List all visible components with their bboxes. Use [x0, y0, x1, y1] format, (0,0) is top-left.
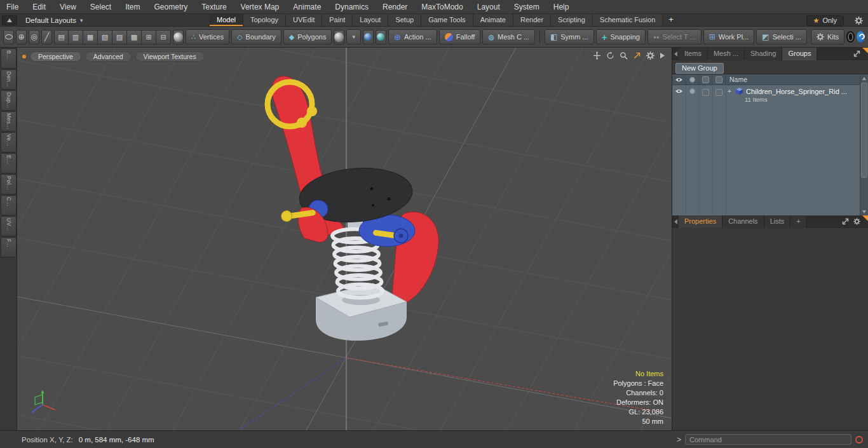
polygons-mode-button[interactable]: ◆ Polygons — [283, 29, 332, 44]
work-plane-button[interactable]: ⊞ Work Pl... — [703, 29, 755, 44]
add-layout-tab-button[interactable]: + — [663, 14, 679, 26]
foundry-logo[interactable] — [846, 31, 855, 43]
menu-layout[interactable]: Layout — [470, 3, 507, 11]
table-row[interactable]: + Children_Horse_Springer_Rid ... 11 Ite… — [672, 85, 860, 105]
panel-grip[interactable] — [672, 215, 679, 228]
ellipse-tool-button[interactable] — [3, 30, 14, 44]
tab-schematic-fusion[interactable]: Schematic Fusion — [593, 14, 663, 26]
viewport-3d[interactable]: Perspective Advanced Viewport Textures N… — [17, 48, 672, 430]
only-filter-button[interactable]: ★ Only — [806, 15, 844, 26]
panel-grip[interactable] — [672, 48, 679, 60]
new-group-button[interactable]: New Group — [675, 63, 724, 74]
mesh-tool-3-button[interactable]: ▦ — [83, 30, 98, 44]
toolbox-vertex-button[interactable]: Ve... — [1, 132, 17, 153]
toolbox-duplicate-button[interactable]: Dup... — [1, 90, 17, 111]
viewport-projection-button[interactable]: Perspective — [30, 51, 81, 62]
tab-channels[interactable]: Channels — [722, 215, 764, 228]
maximize-viewport-icon[interactable] — [633, 51, 641, 60]
knife-tool-button[interactable]: ╱ — [41, 30, 52, 44]
mesh-tool-8-button[interactable]: ⊟ — [156, 30, 171, 44]
viewport-shading-button[interactable]: Advanced — [85, 51, 132, 62]
tab-model[interactable]: Model — [210, 14, 243, 26]
toolbox-mesh-button[interactable]: Mes... — [1, 111, 17, 132]
tab-shading[interactable]: Shading — [745, 48, 782, 60]
selection-sets-button[interactable]: ◩ Selecti ... — [756, 29, 807, 44]
item-name[interactable]: Children_Horse_Springer_Rid ... — [746, 88, 847, 95]
toolbox-curve-button[interactable]: C... — [1, 195, 17, 215]
modo-logo[interactable] — [857, 31, 865, 43]
tab-topology[interactable]: Topology — [243, 14, 286, 26]
tab-scripting[interactable]: Scripting — [551, 14, 593, 26]
layout-settings-gear-button[interactable] — [851, 15, 865, 26]
name-column-header[interactable]: Name — [726, 76, 860, 83]
viewport-settings-gear-icon[interactable] — [646, 51, 654, 60]
tab-properties[interactable]: Properties — [679, 215, 722, 228]
render-column-header[interactable] — [686, 74, 699, 85]
tab-mesh[interactable]: Mesh ... — [708, 48, 745, 60]
shaded-sphere-button[interactable] — [173, 30, 184, 44]
mesh-tool-1-button[interactable]: ▤ — [54, 30, 69, 44]
menu-animate[interactable]: Animate — [286, 3, 328, 11]
kits-button[interactable]: Kits — [811, 29, 844, 44]
rotate-view-icon[interactable] — [606, 51, 614, 60]
command-input[interactable] — [685, 434, 851, 445]
expand-panel-icon[interactable] — [842, 218, 849, 225]
visibility-column-header[interactable] — [672, 74, 686, 85]
tab-setup[interactable]: Setup — [388, 14, 421, 26]
menu-edit[interactable]: Edit — [25, 3, 53, 11]
zoom-icon[interactable] — [620, 51, 628, 60]
action-center-button[interactable]: ⊕ Action ... — [388, 29, 437, 44]
scroll-down-button[interactable] — [860, 208, 868, 215]
mode-dropdown[interactable]: ▾ — [346, 29, 361, 44]
mesh-tool-4-button[interactable]: ▧ — [98, 30, 112, 44]
filter-toggle[interactable] — [712, 85, 726, 105]
tab-items[interactable]: Items — [679, 48, 708, 60]
menu-view[interactable]: View — [53, 3, 83, 11]
menu-help[interactable]: Help — [546, 3, 576, 11]
tab-lists[interactable]: Lists — [764, 215, 791, 228]
toolbox-polygon-button[interactable]: Pol... — [1, 174, 17, 194]
mesh-constraints-button[interactable]: ◍ Mesh C ... — [482, 29, 535, 44]
falloff-button[interactable]: Falloff — [439, 29, 481, 44]
menu-maxtomodo[interactable]: MaxToModo — [414, 3, 470, 11]
center-mode-button[interactable] — [363, 30, 374, 44]
menu-render[interactable]: Render — [376, 3, 414, 11]
lock-toggle[interactable] — [699, 85, 712, 105]
expand-panel-icon[interactable] — [853, 50, 860, 57]
expand-item-icon[interactable]: + — [728, 88, 733, 95]
menu-geometry[interactable]: Geometry — [147, 3, 195, 11]
tab-animate[interactable]: Animate — [473, 14, 513, 26]
tab-paint[interactable]: Paint — [322, 14, 353, 26]
3d-scene[interactable] — [17, 48, 672, 430]
boundary-mode-button[interactable]: ◇ Boundary — [231, 29, 281, 44]
mesh-tool-6-button[interactable]: ▩ — [127, 30, 142, 44]
menu-select[interactable]: Select — [83, 3, 118, 11]
mesh-tool-7-button[interactable]: ⊞ — [142, 30, 156, 44]
sphere-primitive-button[interactable]: ⊕ — [16, 30, 27, 44]
pivot-mode-button[interactable] — [376, 30, 386, 44]
list-scrollbar[interactable] — [860, 74, 868, 215]
menu-file[interactable]: File — [6, 3, 25, 11]
tab-render[interactable]: Render — [513, 14, 551, 26]
select-through-button[interactable]: ●● Select T ... — [648, 29, 702, 44]
viewport-menu-arrow-icon[interactable] — [660, 52, 665, 59]
panel-corner-handle[interactable] — [862, 48, 868, 53]
panel-settings-gear-icon[interactable] — [853, 218, 860, 225]
filter-column-header[interactable] — [712, 74, 726, 85]
viewport-textures-button[interactable]: Viewport Textures — [135, 51, 205, 62]
layout-preset-dropdown[interactable]: Default Layouts ▾ — [22, 14, 86, 26]
tab-layout[interactable]: Layout — [353, 14, 388, 26]
tab-uvedit[interactable]: UVEdit — [286, 14, 322, 26]
mesh-tool-2-button[interactable]: ▥ — [69, 30, 83, 44]
render-toggle[interactable] — [686, 85, 699, 105]
add-panel-tab-button[interactable]: + — [790, 215, 806, 228]
menu-item[interactable]: Item — [118, 3, 147, 11]
tab-game-tools[interactable]: Game Tools — [421, 14, 473, 26]
menu-system[interactable]: System — [507, 3, 546, 11]
panel-corner-handle[interactable] — [862, 215, 868, 221]
visibility-toggle[interactable] — [672, 85, 686, 105]
pin-tool-button[interactable]: ◎ — [29, 30, 39, 44]
item-mode-button[interactable] — [334, 30, 344, 44]
tab-groups[interactable]: Groups — [782, 48, 817, 60]
mesh-tool-5-button[interactable]: ▨ — [112, 30, 127, 44]
